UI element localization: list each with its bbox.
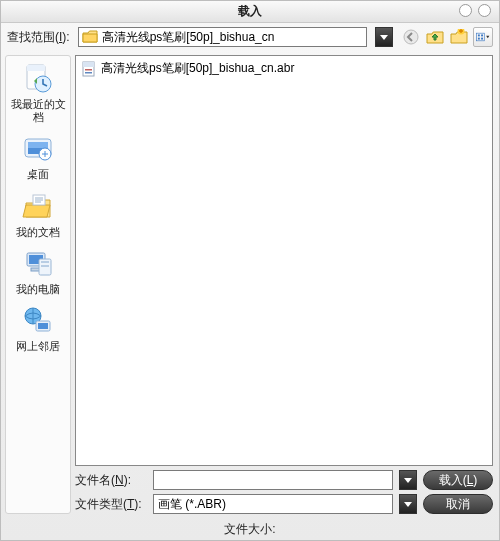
filetype-dropdown-button[interactable] [399, 494, 417, 514]
sidebar-item-label: 桌面 [27, 168, 49, 181]
svg-rect-19 [41, 265, 49, 267]
mydocs-icon [21, 190, 55, 224]
svg-rect-25 [85, 69, 92, 71]
body: 我最近的文档 桌面 我的文档 我的电脑 [1, 51, 499, 518]
svg-rect-4 [481, 34, 483, 36]
sidebar-item-label: 网上邻居 [16, 340, 60, 353]
filename-label: 文件名(N): [75, 472, 147, 489]
back-icon[interactable] [401, 27, 421, 47]
svg-rect-22 [38, 323, 48, 329]
titlebar: 载入 [1, 1, 499, 23]
minimize-icon[interactable] [459, 4, 472, 17]
abr-file-icon [81, 61, 97, 77]
file-name: 高清光线ps笔刷[50p]_bishua_cn.abr [101, 60, 294, 77]
window-title: 载入 [238, 3, 262, 20]
mypc-icon [21, 247, 55, 281]
sidebar-item-mypc[interactable]: 我的电脑 [16, 247, 60, 296]
svg-rect-5 [478, 38, 480, 40]
look-in-label: 查找范围(I): [7, 29, 70, 46]
svg-point-0 [404, 30, 418, 44]
sidebar-item-mydocs[interactable]: 我的文档 [16, 190, 60, 239]
filename-combo[interactable] [153, 470, 393, 490]
filetype-combo[interactable] [153, 494, 393, 514]
filetype-input[interactable] [154, 495, 392, 513]
up-one-level-icon[interactable] [425, 27, 445, 47]
sidebar-item-network[interactable]: 网上邻居 [16, 304, 60, 353]
window-controls [459, 4, 491, 17]
load-button[interactable]: 载入(L) [423, 470, 493, 490]
svg-rect-18 [41, 261, 49, 263]
svg-rect-3 [478, 34, 480, 36]
cancel-button[interactable]: 取消 [423, 494, 493, 514]
look-in-combo[interactable]: 高清光线ps笔刷[50p]_bishua_cn [78, 27, 367, 47]
filename-input[interactable] [154, 471, 392, 489]
sidebar-item-recent[interactable]: 我最近的文档 [8, 62, 68, 124]
svg-rect-2 [477, 33, 485, 41]
toolbar: 查找范围(I): 高清光线ps笔刷[50p]_bishua_cn [1, 23, 499, 51]
list-item[interactable]: 高清光线ps笔刷[50p]_bishua_cn.abr [79, 59, 489, 78]
folder-icon [82, 30, 98, 44]
file-list[interactable]: 高清光线ps笔刷[50p]_bishua_cn.abr [75, 55, 493, 466]
svg-rect-24 [83, 62, 94, 67]
filename-dropdown-button[interactable] [399, 470, 417, 490]
close-icon[interactable] [478, 4, 491, 17]
filetype-row: 文件类型(T): 取消 [75, 494, 493, 514]
bottom-rows: 文件名(N): 载入(L) 文件类型(T): [75, 470, 493, 514]
svg-rect-11 [28, 142, 48, 148]
sidebar-item-desktop[interactable]: 桌面 [21, 132, 55, 181]
svg-rect-6 [481, 38, 483, 40]
sidebar-item-label: 我的电脑 [16, 283, 60, 296]
toolbar-icons [397, 27, 493, 47]
sidebar-item-label: 我最近的文档 [8, 98, 68, 124]
filesize-label: 文件大小: [224, 521, 275, 538]
svg-rect-26 [85, 72, 92, 74]
main-column: 高清光线ps笔刷[50p]_bishua_cn.abr 文件名(N): 载入(L… [75, 55, 493, 514]
look-in-dropdown-button[interactable] [375, 27, 393, 47]
places-sidebar: 我最近的文档 桌面 我的文档 我的电脑 [5, 55, 71, 514]
filename-row: 文件名(N): 载入(L) [75, 470, 493, 490]
file-dialog: 载入 查找范围(I): 高清光线ps笔刷[50p]_bishua_cn [0, 0, 500, 541]
filesize-row: 文件大小: [1, 518, 499, 540]
network-icon [21, 304, 55, 338]
look-in-text: 高清光线ps笔刷[50p]_bishua_cn [102, 29, 363, 46]
new-folder-icon[interactable] [449, 27, 469, 47]
view-menu-button[interactable] [473, 27, 493, 47]
recent-docs-icon [21, 62, 55, 96]
desktop-icon [21, 132, 55, 166]
filetype-label: 文件类型(T): [75, 496, 147, 513]
sidebar-item-label: 我的文档 [16, 226, 60, 239]
